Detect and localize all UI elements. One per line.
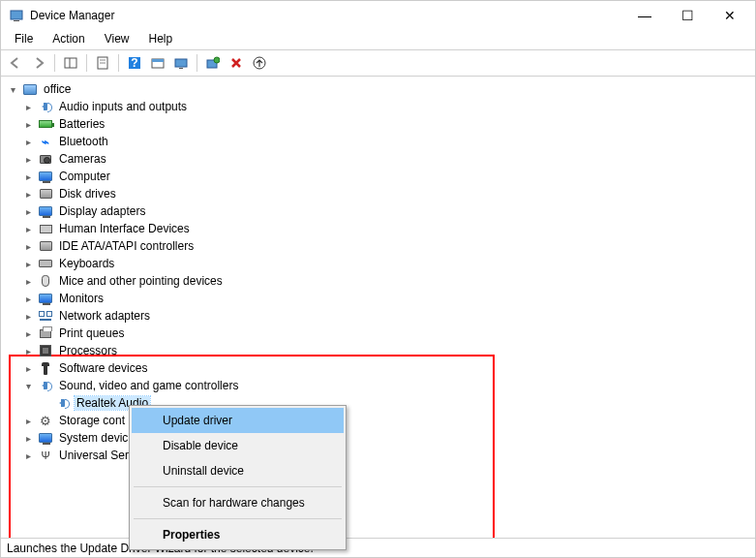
uninstall-button[interactable] [226,52,247,74]
menu-action[interactable]: Action [43,30,94,49]
device-manager-window: Device Manager — ☐ ✕ File Action View He… [0,0,756,558]
category-label: Computer [57,170,112,183]
category-label: Audio inputs and outputs [57,100,189,113]
category-row[interactable]: ▸Software devices [3,359,753,377]
chip-icon [38,343,53,358]
separator [197,54,197,72]
context-menu: Update driverDisable deviceUninstall dev… [129,405,347,550]
category-row[interactable]: ▸Cameras [3,150,753,168]
monitor-icon [38,291,53,306]
expand-icon[interactable]: ▸ [20,116,36,132]
expand-icon[interactable]: ▸ [20,413,36,428]
category-row[interactable]: ▸ΨUniversal Ser [3,447,753,464]
device-tree[interactable]: ▾office▸Audio inputs and outputs▸Batteri… [1,77,755,538]
menu-help[interactable]: Help [139,30,183,49]
context-menu-item[interactable]: Disable device [132,433,344,458]
category-row[interactable]: ▸IDE ATA/ATAPI controllers [3,237,753,255]
context-menu-item[interactable]: Update driver [132,408,344,433]
separator [118,54,119,72]
category-row[interactable]: ▸Print queues [3,325,753,342]
app-icon [9,8,24,23]
battery-icon [38,116,53,132]
category-label: Disk drives [57,187,118,201]
menu-separator [134,518,342,519]
expand-icon[interactable]: ▸ [20,273,36,289]
svg-text:?: ? [131,56,137,70]
category-label: Bluetooth [57,135,110,148]
usb-icon: Ψ [38,448,53,463]
expand-icon[interactable]: ▾ [5,81,20,97]
context-menu-item[interactable]: Scan for hardware changes [132,490,344,515]
category-row[interactable]: ▸Computer [3,168,753,185]
update-driver-button[interactable] [249,52,270,74]
expand-icon[interactable]: ▸ [20,343,36,358]
view-button[interactable] [170,52,192,74]
expand-icon[interactable]: ▸ [20,308,36,324]
category-row[interactable]: ▸System devic [3,429,753,447]
expand-icon[interactable]: ▸ [20,151,36,167]
category-row[interactable]: ▸Keyboards [3,255,753,272]
category-label: Software devices [57,361,149,375]
action-button[interactable] [147,52,168,74]
tree-root[interactable]: ▾office [3,80,753,98]
expand-icon[interactable]: ▸ [20,169,36,184]
expand-icon[interactable]: ▸ [20,134,36,149]
svg-point-14 [214,57,220,63]
category-row[interactable]: ▸Disk drives [3,185,753,202]
expand-icon[interactable]: ▸ [20,448,36,463]
forward-button[interactable] [28,52,49,74]
expand-icon[interactable]: ▸ [20,238,36,254]
gear-icon: ⚙ [38,413,53,428]
category-row[interactable]: ▸Batteries [3,115,753,133]
category-row[interactable]: ▸Mice and other pointing devices [3,272,753,290]
mouse-icon [38,273,53,289]
category-row[interactable]: ▸⌁Bluetooth [3,133,753,150]
network-icon [38,308,53,324]
expand-icon[interactable]: ▸ [20,256,36,271]
context-menu-item[interactable]: Uninstall device [132,458,344,483]
expand-icon[interactable]: ▸ [20,326,36,341]
expand-icon[interactable]: ▸ [20,360,36,376]
category-row[interactable]: ▸Processors [3,342,753,359]
category-row[interactable]: ▸Human Interface Devices [3,220,753,237]
category-label: Sound, video and game controllers [57,379,240,392]
bt-icon: ⌁ [38,134,53,149]
minimize-button[interactable]: — [623,1,666,30]
show-hide-console-button[interactable] [60,52,81,74]
category-row[interactable]: ▸Network adapters [3,307,753,325]
expand-icon[interactable]: ▸ [20,203,36,219]
scan-hardware-button[interactable] [202,52,224,74]
category-row[interactable]: ▾Sound, video and game controllers [3,377,753,394]
category-row[interactable]: ▸⚙Storage cont [3,412,753,429]
svg-rect-2 [65,58,76,68]
expand-icon[interactable]: ▸ [20,186,36,202]
context-menu-item[interactable]: Properties [132,522,344,547]
category-label: Network adapters [57,309,152,323]
expand-icon[interactable]: ▸ [20,221,36,236]
category-row[interactable]: ▸Display adapters [3,202,753,220]
software-icon [38,360,53,376]
menu-file[interactable]: File [5,30,43,49]
monitor-icon [38,430,53,446]
device-row[interactable]: Realtek Audio [3,394,753,412]
category-row[interactable]: ▸Audio inputs and outputs [3,98,753,115]
speaker-icon [38,378,53,393]
back-button[interactable] [5,52,26,74]
help-button[interactable]: ? [124,52,145,74]
expand-icon[interactable]: ▾ [20,378,36,393]
maximize-button[interactable]: ☐ [666,1,709,30]
expand-icon[interactable]: ▸ [20,291,36,306]
expand-icon[interactable]: ▸ [20,99,36,114]
expand-icon[interactable]: ▸ [20,430,36,446]
close-button[interactable]: ✕ [709,1,751,30]
svg-rect-11 [175,59,187,67]
menu-view[interactable]: View [95,30,139,49]
category-row[interactable]: ▸Monitors [3,290,753,307]
monitor-icon [38,203,53,219]
menu-separator [134,486,342,487]
category-label: Monitors [57,292,106,305]
properties-button[interactable] [92,52,113,74]
category-label: Mice and other pointing devices [57,274,225,288]
separator [86,54,87,72]
category-label: Batteries [57,117,106,131]
